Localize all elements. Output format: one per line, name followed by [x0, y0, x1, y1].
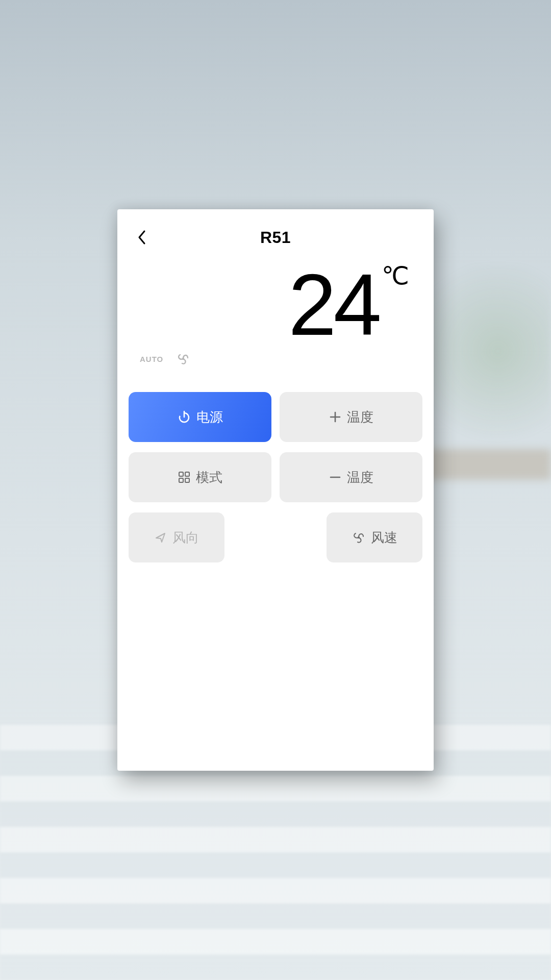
auto-mode-label: AUTO: [140, 355, 163, 363]
temperature-value: 24: [288, 261, 379, 348]
fan-speed-button[interactable]: 风速: [327, 512, 422, 562]
temp-down-label: 温度: [347, 469, 373, 486]
plus-icon: [329, 410, 342, 424]
svg-rect-6: [185, 472, 189, 476]
svg-rect-7: [179, 478, 183, 482]
status-display: 24 ℃ AUTO: [129, 271, 422, 388]
grid-icon: [178, 471, 191, 484]
temperature-unit: ℃: [382, 261, 409, 290]
power-button[interactable]: 电源: [129, 392, 271, 442]
mode-button[interactable]: 模式: [129, 452, 271, 502]
temp-up-label: 温度: [347, 408, 373, 426]
swirl-icon: [176, 351, 191, 366]
fan-speed-label: 风速: [371, 529, 397, 547]
power-label: 电源: [196, 408, 223, 426]
fan-icon: [352, 530, 366, 545]
temperature-readout: 24 ℃: [288, 261, 409, 348]
mode-label: 模式: [196, 469, 222, 486]
wind-direction-label: 风向: [172, 529, 199, 547]
svg-rect-8: [185, 478, 189, 482]
remote-card: R51 24 ℃ AUTO: [117, 209, 434, 771]
mode-indicators: AUTO: [140, 351, 191, 366]
svg-point-0: [182, 358, 184, 360]
button-grid: 电源 温度 模式: [129, 392, 422, 502]
chevron-left-icon: [137, 230, 146, 245]
minus-icon: [329, 471, 342, 484]
page-title: R51: [260, 228, 291, 247]
back-button[interactable]: [132, 227, 152, 248]
button-row-3: 风向 风速: [129, 512, 422, 562]
temp-down-button[interactable]: 温度: [280, 452, 422, 502]
svg-rect-5: [179, 472, 183, 476]
wind-direction-button[interactable]: 风向: [129, 512, 224, 562]
background-plant: [418, 265, 551, 480]
power-icon: [177, 410, 191, 424]
svg-point-10: [358, 536, 360, 538]
arrow-icon: [154, 531, 167, 544]
temp-up-button[interactable]: 温度: [280, 392, 422, 442]
